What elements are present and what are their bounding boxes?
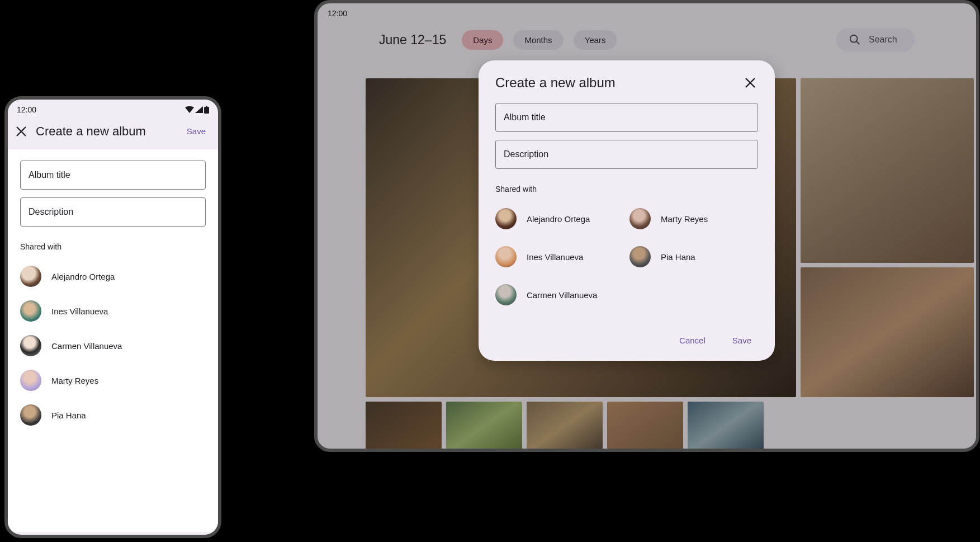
person-name: Marty Reyes: [661, 214, 708, 224]
wifi-icon: [185, 106, 194, 113]
avatar: [495, 284, 517, 305]
person-name: Pia Hana: [51, 411, 86, 420]
phone-device-frame: 12:00 Create a new album Save Album titl…: [4, 96, 221, 538]
shared-with-label: Shared with: [495, 185, 758, 194]
list-item[interactable]: Alejandro Ortega: [495, 201, 624, 236]
list-item[interactable]: Alejandro Ortega: [20, 259, 206, 294]
phone-body: Album title Description Shared with Alej…: [8, 149, 218, 532]
cancel-button[interactable]: Cancel: [673, 331, 712, 350]
avatar: [20, 335, 41, 356]
album-title-placeholder: Album title: [29, 170, 70, 180]
person-name: Ines Villanueva: [527, 252, 583, 262]
person-name: Marty Reyes: [51, 376, 98, 385]
description-field[interactable]: Description: [495, 140, 758, 169]
phone-status-icons: [185, 106, 209, 114]
avatar: [629, 208, 651, 229]
close-button[interactable]: [15, 125, 28, 138]
save-button[interactable]: Save: [726, 331, 758, 350]
album-title-placeholder: Album title: [504, 112, 546, 122]
people-grid: Alejandro Ortega Marty Reyes Ines Villan…: [495, 201, 758, 312]
person-name: Alejandro Ortega: [527, 214, 590, 224]
svg-rect-0: [204, 107, 209, 114]
list-item[interactable]: Pia Hana: [20, 398, 206, 432]
close-icon: [16, 126, 26, 136]
shared-with-label: Shared with: [20, 242, 206, 251]
avatar: [20, 370, 41, 391]
list-item[interactable]: Ines Villanueva: [20, 294, 206, 328]
album-title-field[interactable]: Album title: [20, 161, 206, 190]
list-item[interactable]: Carmen Villanueva: [495, 277, 624, 312]
description-field[interactable]: Description: [20, 197, 206, 227]
person-name: Alejandro Ortega: [51, 272, 115, 281]
list-item[interactable]: Ines Villanueva: [495, 239, 624, 274]
close-icon: [745, 77, 756, 88]
signal-icon: [195, 106, 203, 113]
dialog-actions: Cancel Save: [495, 331, 758, 350]
create-album-dialog: Create a new album Album title Descripti…: [479, 60, 775, 361]
svg-rect-1: [206, 106, 207, 107]
list-item[interactable]: Marty Reyes: [20, 363, 206, 398]
avatar: [20, 266, 41, 287]
description-placeholder: Description: [29, 207, 73, 216]
avatar: [20, 404, 41, 426]
person-name: Carmen Villanueva: [527, 290, 597, 300]
save-button[interactable]: Save: [181, 123, 211, 139]
person-name: Pia Hana: [661, 252, 695, 262]
phone-clock: 12:00: [17, 105, 36, 114]
person-name: Carmen Villanueva: [51, 341, 122, 351]
list-item[interactable]: Pia Hana: [629, 239, 758, 274]
list-item[interactable]: Marty Reyes: [629, 201, 758, 236]
phone-app-bar: Create a new album Save: [8, 117, 218, 149]
avatar: [20, 300, 41, 322]
phone-screen-title: Create a new album: [36, 124, 181, 139]
dialog-title: Create a new album: [495, 75, 616, 91]
avatar: [629, 246, 651, 267]
phone-status-bar: 12:00: [8, 100, 218, 117]
avatar: [495, 208, 517, 229]
description-placeholder: Description: [504, 149, 548, 159]
list-item[interactable]: Carmen Villanueva: [20, 328, 206, 363]
tablet-device-frame: 12:00 June 12–15 Days Months Years Searc…: [314, 0, 979, 452]
album-title-field[interactable]: Album title: [495, 103, 758, 132]
person-name: Ines Villanueva: [51, 307, 108, 316]
avatar: [495, 246, 517, 267]
battery-icon: [204, 106, 209, 114]
close-button[interactable]: [742, 75, 758, 91]
